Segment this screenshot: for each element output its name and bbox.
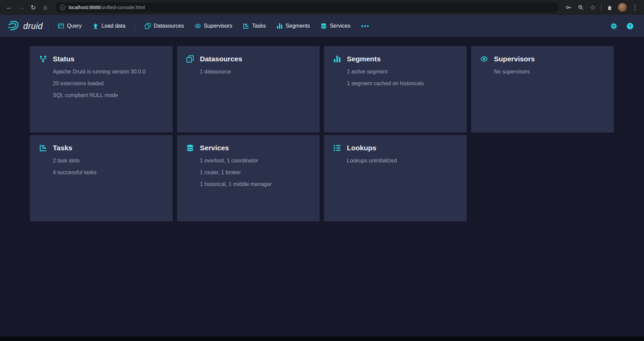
- services-icon: [186, 144, 194, 152]
- key-icon: [566, 4, 572, 10]
- lookups-icon: [333, 144, 341, 152]
- home-icon: ⌂: [43, 4, 47, 11]
- url-host: localhost:8888: [69, 5, 100, 10]
- card-segments[interactable]: Segments 1 active segment 1 segment cach…: [324, 46, 467, 132]
- card-line: 2 task slots: [53, 157, 163, 164]
- supervisors-icon: [480, 55, 488, 63]
- nav-tab-label: Services: [330, 23, 350, 29]
- card-title: Lookups: [347, 144, 377, 152]
- card-title: Status: [53, 55, 74, 63]
- site-info-icon[interactable]: i: [60, 5, 65, 10]
- druid-logo[interactable]: druid: [7, 20, 43, 32]
- card-supervisors[interactable]: Supervisors No supervisors: [471, 46, 614, 132]
- card-line: 20 extensions loaded: [53, 80, 163, 87]
- card-line: 4 successful tasks: [53, 169, 163, 176]
- card-line: 1 segment cached on historicals: [347, 80, 457, 87]
- datasources-icon: [186, 55, 194, 63]
- card-line: 1 active segment: [347, 68, 457, 75]
- nav-more-button[interactable]: •••: [357, 19, 373, 33]
- address-bar[interactable]: i localhost:8888/unified-console.html: [55, 2, 559, 12]
- nav-query-button[interactable]: Query: [54, 20, 86, 32]
- brand-name: druid: [23, 21, 43, 31]
- card-line: 1 datasource: [200, 68, 310, 75]
- card-line: Lookups uninitialized: [347, 157, 457, 164]
- datasources-icon: [145, 23, 151, 29]
- gantt-icon: [243, 23, 249, 29]
- help-icon: ?: [627, 23, 634, 30]
- nav-tab-label: Tasks: [252, 23, 266, 29]
- database-icon: [321, 23, 327, 29]
- nav-tab-label: Segments: [286, 23, 310, 29]
- card-title: Segments: [347, 55, 381, 63]
- home-view: Status Apache Druid is running version 3…: [0, 37, 644, 221]
- druid-navbar: druid Query Load data: [0, 15, 644, 37]
- druid-logo-icon: [7, 20, 20, 32]
- nav-tab-supervisors[interactable]: Supervisors: [191, 20, 236, 32]
- card-datasources[interactable]: Datasources 1 datasource: [177, 46, 320, 132]
- puzzle-icon: [607, 4, 613, 10]
- more-icon: •••: [361, 23, 369, 30]
- nav-tab-datasources[interactable]: Datasources: [141, 20, 188, 32]
- card-line: 1 router, 1 broker: [200, 169, 310, 176]
- settings-button[interactable]: [607, 19, 620, 33]
- profile-avatar[interactable]: [618, 3, 627, 12]
- extensions-button[interactable]: [604, 2, 616, 13]
- nav-load-data-label: Load data: [102, 23, 126, 29]
- card-line: Apache Druid is running version 30.0.0: [53, 68, 163, 75]
- eye-icon: [195, 23, 201, 29]
- card-tasks[interactable]: Tasks 2 task slots 4 successful tasks: [30, 135, 173, 221]
- nav-tab-services[interactable]: Services: [317, 20, 354, 32]
- help-button[interactable]: ?: [623, 19, 637, 33]
- gear-icon: [610, 23, 617, 30]
- browser-menu-button[interactable]: ⋮: [629, 2, 641, 13]
- nav-query-label: Query: [67, 23, 82, 29]
- segments-icon: [333, 55, 341, 63]
- card-line: SQL compliant NULL mode: [53, 92, 163, 98]
- card-line: 1 historical, 1 middle manager: [200, 181, 310, 187]
- nav-tab-label: Supervisors: [204, 23, 232, 29]
- star-icon: ☆: [590, 4, 596, 11]
- nav-tab-label: Datasources: [154, 23, 184, 29]
- navbar-divider: [48, 21, 48, 31]
- fork-icon: [39, 55, 47, 63]
- card-title: Services: [200, 144, 229, 152]
- screen-edge: [0, 337, 644, 341]
- reload-button[interactable]: ↻: [28, 2, 39, 13]
- home-button[interactable]: ⌂: [40, 2, 51, 13]
- navbar-divider: [135, 21, 135, 31]
- forward-button[interactable]: →: [15, 2, 27, 13]
- card-status[interactable]: Status Apache Druid is running version 3…: [30, 46, 173, 132]
- card-grid: Status Apache Druid is running version 3…: [30, 46, 644, 221]
- browser-toolbar: ← → ↻ ⌂ i localhost:8888/unified-console…: [0, 0, 644, 15]
- url-path: /unified-console.html: [100, 5, 145, 10]
- nav-load-data-button[interactable]: Load data: [88, 20, 130, 32]
- bookmark-button[interactable]: ☆: [587, 2, 599, 13]
- toolbar-separator: [601, 4, 602, 11]
- upload-arrow-icon: [93, 23, 99, 29]
- zoom-button[interactable]: [575, 2, 586, 13]
- nav-tab-tasks[interactable]: Tasks: [239, 20, 270, 32]
- forward-icon: →: [18, 4, 25, 11]
- password-manager-button[interactable]: [563, 2, 574, 13]
- card-line: 1 overlord, 1 coordinator: [200, 157, 310, 164]
- card-title: Datasources: [200, 55, 242, 63]
- card-title: Tasks: [53, 144, 72, 152]
- back-icon: ←: [6, 4, 12, 11]
- console-icon: [58, 23, 64, 29]
- magnifier-icon: [578, 4, 584, 10]
- back-button[interactable]: ←: [3, 2, 15, 13]
- bar-chart-icon: [277, 23, 283, 29]
- tasks-icon: [39, 144, 47, 152]
- kebab-menu-icon: ⋮: [632, 4, 638, 11]
- card-title: Supervisors: [494, 55, 535, 63]
- nav-tab-segments[interactable]: Segments: [273, 20, 314, 32]
- svg-text:?: ?: [629, 24, 631, 28]
- card-line: No supervisors: [494, 68, 604, 75]
- card-services[interactable]: Services 1 overlord, 1 coordinator 1 rou…: [177, 135, 320, 221]
- reload-icon: ↻: [31, 4, 36, 11]
- card-lookups[interactable]: Lookups Lookups uninitialized: [324, 135, 467, 221]
